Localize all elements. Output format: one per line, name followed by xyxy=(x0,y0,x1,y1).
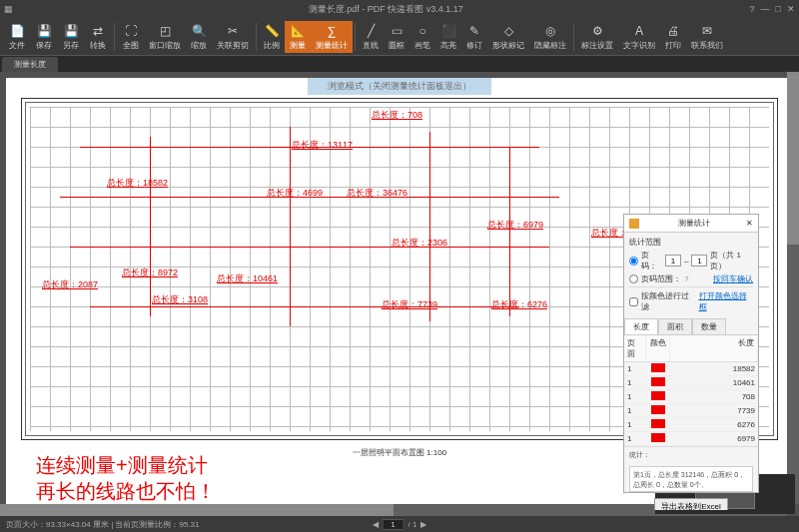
hidemark-icon: ◎ xyxy=(542,23,558,39)
stats-page-from[interactable] xyxy=(665,255,681,266)
tool-revise[interactable]: ✎修订 xyxy=(461,21,487,53)
app-icon: ▦ xyxy=(4,4,22,14)
document-tabbar: 测量长度 xyxy=(0,56,799,72)
length-label: 总长度：8972 xyxy=(122,266,178,279)
tool-zoom[interactable]: 🔍缩放 xyxy=(186,21,212,53)
highlight-icon: ⬛ xyxy=(440,23,456,39)
measure-icon: 📐 xyxy=(290,23,306,39)
status-bar: 页面大小：93.33×43.04 厘米 | 当前页测量比例：95.31 ◀ / … xyxy=(0,516,799,532)
stats-row[interactable]: 17739 xyxy=(624,404,758,418)
stats-row[interactable]: 16276 xyxy=(624,418,758,432)
tool-measure[interactable]: 📐测量 xyxy=(285,21,311,53)
menu-save[interactable]: 💾保存 xyxy=(31,21,57,53)
viewport: 浏览模式（关闭测量统计面板退出） 总长度：708总长度：13117总长度：185… xyxy=(0,72,799,516)
page-prev-icon[interactable]: ◀ xyxy=(373,520,379,529)
stats-scope-label: 统计范围 xyxy=(629,237,753,248)
close-icon[interactable]: ✕ xyxy=(787,4,795,14)
zoom-icon: 🔍 xyxy=(191,23,207,39)
copypaste-icon: ✂ xyxy=(225,23,241,39)
revise-icon: ✎ xyxy=(466,23,482,39)
tool-scale[interactable]: 📏比例 xyxy=(259,21,285,53)
tool-textrec[interactable]: A文字识别 xyxy=(618,21,660,53)
page-next-icon[interactable]: ▶ xyxy=(420,520,426,529)
scale-icon: 📏 xyxy=(264,23,280,39)
drawing-canvas[interactable]: 浏览模式（关闭测量统计面板退出） 总长度：708总长度：13117总长度：185… xyxy=(6,78,793,510)
minimize-icon[interactable]: — xyxy=(761,4,770,14)
tool-line[interactable]: ╱直线 xyxy=(358,21,384,53)
tool-highlight[interactable]: ⬛高亮 xyxy=(435,21,461,53)
stats-page-to[interactable] xyxy=(691,255,707,266)
stats-radio-page[interactable] xyxy=(629,257,638,266)
stats-footer-label: 统计： xyxy=(624,446,758,463)
stats-icon: ∑ xyxy=(324,23,340,39)
color-swatch xyxy=(651,405,665,414)
window-icon: ◰ xyxy=(157,23,173,39)
stats-tabs: 长度 面积 数量 xyxy=(624,318,758,335)
stats-table: 页面 颜色 长度 1185821104611708177391627616979 xyxy=(624,335,758,446)
stats-tab-length[interactable]: 长度 xyxy=(624,318,658,334)
setting-icon: ⚙ xyxy=(589,23,605,39)
length-label: 总长度：36476 xyxy=(347,187,407,200)
page-current-input[interactable] xyxy=(383,519,404,530)
stats-row[interactable]: 110461 xyxy=(624,376,758,390)
tool-rect[interactable]: ▭圆框 xyxy=(384,21,409,53)
color-swatch xyxy=(651,419,665,428)
stats-radio-range[interactable] xyxy=(629,274,638,283)
tool-setting[interactable]: ⚙标注设置 xyxy=(576,21,618,53)
length-label: 总长度：6979 xyxy=(487,219,543,232)
stats-confirm-hint[interactable]: 按回车确认 xyxy=(713,273,753,284)
mode-banner: 浏览模式（关闭测量统计面板退出） xyxy=(308,78,491,95)
tool-hidemark[interactable]: ◎隐藏标注 xyxy=(529,21,571,53)
help-icon[interactable]: ? xyxy=(750,4,755,14)
tab-document[interactable]: 测量长度 xyxy=(2,57,58,72)
ellipse-icon: ○ xyxy=(414,23,430,39)
rect-icon: ▭ xyxy=(389,23,404,39)
color-swatch xyxy=(651,433,665,442)
stats-row[interactable]: 1708 xyxy=(624,390,758,404)
window-title: 测量长度.pdf - PDF 快递看图 v3.4.1.17 xyxy=(22,3,750,16)
color-swatch xyxy=(651,363,665,372)
contact-icon: ✉ xyxy=(699,23,715,39)
stats-open-palette[interactable]: 打开颜色选择框 xyxy=(699,290,754,312)
scrollbar-vertical[interactable] xyxy=(787,72,799,504)
menu-convert[interactable]: ⇄转换 xyxy=(85,21,111,53)
title-bar: ▦ 测量长度.pdf - PDF 快递看图 v3.4.1.17 ? — □ ✕ xyxy=(0,0,799,18)
marketing-caption: 连续测量+测量统计 再长的线路也不怕！ xyxy=(36,452,216,504)
menu-file[interactable]: 📄文件 xyxy=(4,21,30,53)
print-icon: 🖨 xyxy=(665,23,681,39)
color-swatch xyxy=(651,391,665,400)
length-label: 总长度：13117 xyxy=(292,139,353,152)
drawing-title: 一层照明平面布置图 1:100 xyxy=(353,447,446,458)
status-left: 页面大小：93.33×43.04 厘米 | 当前页测量比例：95.31 xyxy=(6,519,199,530)
tool-fullpage[interactable]: ⛶全图 xyxy=(118,21,144,53)
stats-tab-count[interactable]: 数量 xyxy=(692,318,726,334)
tool-stats[interactable]: ∑测量统计 xyxy=(311,21,353,53)
maximize-icon[interactable]: □ xyxy=(776,4,781,14)
tool-copypaste[interactable]: ✂关联剪切 xyxy=(212,21,254,53)
shapemark-icon: ◇ xyxy=(500,23,516,39)
color-swatch xyxy=(651,377,665,386)
stats-summary: 第1页，总长度 312146，总面积 0，总周长 0，总数量 0个。 xyxy=(629,466,753,492)
stats-tab-area[interactable]: 面积 xyxy=(658,318,692,334)
tool-window[interactable]: ◰窗口缩放 xyxy=(144,21,186,53)
stats-close-icon[interactable]: ✕ xyxy=(746,219,753,228)
stats-colorfilter-check[interactable] xyxy=(629,297,638,306)
menu-saveas[interactable]: 💾另存 xyxy=(58,21,84,53)
length-label: 总长度：6276 xyxy=(491,298,547,311)
length-label: 总长度：10461 xyxy=(217,272,278,285)
tool-print[interactable]: 🖨打印 xyxy=(660,21,686,53)
length-label: 总长度：18582 xyxy=(107,177,168,190)
stats-row[interactable]: 16979 xyxy=(624,432,758,446)
stats-panel: 测量统计 ✕ 统计范围 页码： – 页（共 1 页） 页码范围： ? 按回车确认 xyxy=(623,214,759,493)
textrec-icon: A xyxy=(631,23,647,39)
stats-export-button[interactable]: 导出表格到Excel xyxy=(654,498,728,510)
tool-contact[interactable]: ✉联系我们 xyxy=(686,21,728,53)
length-label: 总长度：4699 xyxy=(267,187,323,200)
tool-ellipse[interactable]: ○画笔 xyxy=(409,21,435,53)
main-toolbar: 📄文件 💾保存 💾另存 ⇄转换 ⛶全图◰窗口缩放🔍缩放✂关联剪切📏比例📐测量∑测… xyxy=(0,18,799,56)
length-label: 总长度：2306 xyxy=(392,237,447,250)
line-icon: ╱ xyxy=(363,23,379,39)
tool-shapemark[interactable]: ◇形状标记 xyxy=(487,21,529,53)
stats-title: 测量统计 ✕ xyxy=(624,215,758,233)
stats-row[interactable]: 118582 xyxy=(624,362,758,376)
